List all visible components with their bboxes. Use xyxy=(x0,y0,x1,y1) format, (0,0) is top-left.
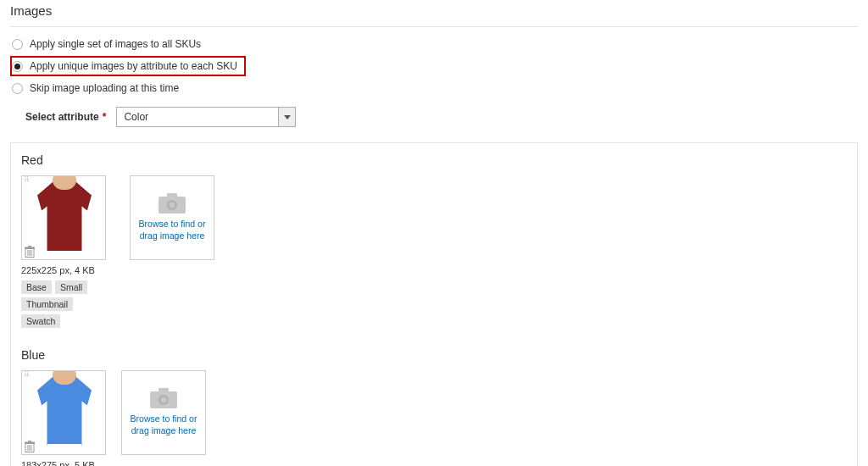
radio-icon xyxy=(12,39,23,50)
chevron-down-icon xyxy=(278,108,295,126)
role-tag[interactable]: Thumbnail xyxy=(21,297,73,311)
svg-rect-17 xyxy=(159,388,169,393)
select-value: Color xyxy=(117,108,278,126)
radio-label: Apply unique images by attribute to each… xyxy=(30,60,237,72)
variant-title: Blue xyxy=(21,348,847,362)
variant-title: Red xyxy=(21,153,847,167)
product-image-thumb[interactable]: ⠿ xyxy=(21,370,106,455)
camera-icon xyxy=(159,193,186,214)
section-title: Images xyxy=(10,0,858,21)
drag-handle-icon[interactable]: ⠿ xyxy=(24,178,34,190)
trash-icon[interactable] xyxy=(24,441,36,452)
select-attribute-label: Select attribute xyxy=(25,111,99,123)
variant-block: Red⠿225x225 px, 4 KBBaseSmallThumbnailSw… xyxy=(21,153,847,328)
required-indicator: * xyxy=(103,111,107,123)
svg-rect-11 xyxy=(25,442,35,444)
role-tag[interactable]: Swatch xyxy=(21,314,60,328)
svg-rect-7 xyxy=(167,193,177,198)
radio-icon xyxy=(12,83,23,94)
trash-icon[interactable] xyxy=(24,246,36,258)
variants-panel: Red⠿225x225 px, 4 KBBaseSmallThumbnailSw… xyxy=(10,142,858,466)
image-meta: 183x275 px, 5 KB xyxy=(21,460,106,466)
svg-point-9 xyxy=(170,202,175,208)
svg-point-19 xyxy=(161,397,167,403)
radio-label: Apply single set of images to all SKUs xyxy=(30,38,201,50)
upload-dropzone[interactable]: Browse to find or drag image here xyxy=(130,175,214,260)
upload-dropzone[interactable]: Browse to find or drag image here xyxy=(121,370,206,455)
product-image-thumb[interactable]: ⠿ xyxy=(21,175,106,260)
image-meta: 225x225 px, 4 KB xyxy=(21,265,114,275)
radio-label: Skip image uploading at this time xyxy=(30,82,179,94)
role-tag[interactable]: Base xyxy=(21,280,52,294)
svg-rect-1 xyxy=(25,247,35,249)
role-tags: BaseSmallThumbnailSwatch xyxy=(21,280,114,328)
role-tag[interactable]: Small xyxy=(55,280,87,294)
radio-skip-upload[interactable]: Skip image uploading at this time xyxy=(12,80,858,97)
drag-handle-icon[interactable]: ⠿ xyxy=(24,373,34,385)
divider xyxy=(10,26,858,27)
svg-rect-2 xyxy=(28,246,31,247)
upload-text: Browse to find or drag image here xyxy=(125,413,202,436)
radio-apply-unique[interactable]: Apply unique images by attribute to each… xyxy=(12,58,244,75)
svg-rect-12 xyxy=(28,441,31,442)
image-mode-radio-group: Apply single set of images to all SKUs A… xyxy=(12,36,858,97)
variant-block: Blue⠿183x275 px, 5 KBBaseSmallBrowse to … xyxy=(21,348,847,466)
radio-icon xyxy=(12,61,23,72)
attribute-select[interactable]: Color xyxy=(116,107,296,127)
upload-text: Browse to find or drag image here xyxy=(134,219,210,241)
camera-icon xyxy=(150,388,177,408)
radio-apply-single[interactable]: Apply single set of images to all SKUs xyxy=(12,36,858,53)
